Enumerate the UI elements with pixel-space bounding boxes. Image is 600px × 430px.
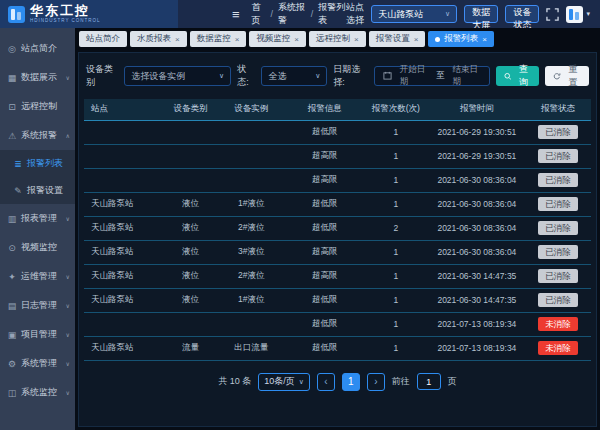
cell-category: 流量 [165, 336, 216, 360]
sidebar-item-label: 运维管理 [21, 270, 57, 283]
column-header: 站点 [84, 99, 165, 120]
page-unit-label: 页 [448, 375, 457, 388]
sidebar-item-site-intro[interactable]: ◎站点简介 [0, 34, 75, 63]
cell-count: 1 [363, 168, 429, 192]
cell-time: 2021-06-30 08:36:04 [429, 192, 525, 216]
tab-alarm-list[interactable]: 报警列表× [428, 31, 494, 47]
globe-icon: ◎ [7, 44, 17, 54]
reset-button[interactable]: 重置 [545, 66, 589, 86]
data-screen-button[interactable]: 数据大屏 [464, 5, 498, 23]
sidebar-item-system-alarm[interactable]: ⚠系统报警∧ [0, 121, 75, 150]
avatar[interactable]: ▾ [566, 6, 590, 23]
sidebar-item-system-monitor[interactable]: ◫系统监控∨ [0, 378, 75, 407]
close-icon[interactable]: × [482, 35, 487, 44]
status-badge-uncleared[interactable]: 未消除 [538, 341, 578, 355]
fullscreen-icon[interactable] [546, 8, 559, 21]
sidebar-item-label: 系统管理 [21, 357, 57, 370]
tab-video-monitor[interactable]: 视频监控× [249, 31, 306, 47]
cell-time: 2021-06-30 08:36:04 [429, 216, 525, 240]
sidebar-item-project-mgmt[interactable]: ▣项目管理∨ [0, 320, 75, 349]
sidebar-item-alarm-list[interactable]: ≣报警列表 [0, 150, 75, 177]
cell-info: 超高限 [287, 264, 363, 288]
tab-data-monitor[interactable]: 数据监控× [190, 31, 247, 47]
app-root: 华东工控 HDINDUSTRY CONTROL ≡ 首页 / 系统报警 / 报警… [0, 0, 600, 430]
page-number-1[interactable]: 1 [342, 373, 360, 391]
close-icon[interactable]: × [235, 35, 240, 44]
site-select[interactable]: 天山路泵站 ∨ [371, 5, 457, 23]
cell-status: 已消除 [525, 168, 591, 192]
sidebar: ◎站点简介▦数据展示∨⊡远程控制⚠系统报警∧≣报警列表✎报警设置▥报表管理∨⊙视… [0, 28, 75, 430]
camera-icon: ⊙ [7, 243, 17, 253]
table-row: 天山路泵站流量出口流量超低限12021-07-13 08:19:34未消除 [84, 336, 591, 360]
breadcrumb-home[interactable]: 首页 [252, 1, 266, 27]
refresh-icon [553, 72, 561, 81]
site-select-value: 天山路泵站 [378, 8, 423, 21]
status-badge-cleared: 已消除 [538, 197, 578, 211]
total-count: 共 10 条 [218, 375, 251, 388]
cell-info: 超低限 [287, 120, 363, 144]
cell-time: 2021-06-30 08:36:04 [429, 240, 525, 264]
system-monitor-icon: ◫ [7, 388, 17, 398]
cell-time: 2021-07-13 08:19:34 [429, 312, 525, 336]
close-icon[interactable]: × [175, 35, 180, 44]
sidebar-item-data-display[interactable]: ▦数据展示∨ [0, 63, 75, 92]
chevron-down-icon: ∨ [315, 72, 320, 80]
status-select[interactable]: 全选 ∨ [261, 66, 327, 86]
tab-site-intro[interactable]: 站点简介 [79, 31, 127, 47]
sidebar-item-video-monitor[interactable]: ⊙视频监控 [0, 233, 75, 262]
sidebar-item-system-mgmt[interactable]: ⚙系统管理∨ [0, 349, 75, 378]
menu-collapse-icon[interactable]: ≡ [232, 7, 240, 22]
status-select-value: 全选 [268, 70, 286, 83]
tab-water-quality-report[interactable]: 水质报表× [130, 31, 187, 47]
sidebar-item-remote-control[interactable]: ⊡远程控制 [0, 92, 75, 121]
column-header: 报警信息 [287, 99, 363, 120]
active-tab-dot [435, 37, 440, 42]
tab-alarm-settings[interactable]: 报警设置× [369, 31, 426, 47]
close-icon[interactable]: × [414, 35, 419, 44]
status-badge-cleared: 已消除 [538, 149, 578, 163]
sidebar-item-log-mgmt[interactable]: ▤日志管理∨ [0, 291, 75, 320]
status-badge-uncleared[interactable]: 未消除 [538, 317, 578, 331]
search-button[interactable]: 查询 [496, 66, 540, 86]
chevron-down-icon: ∨ [299, 378, 304, 386]
alarm-table-header: 站点设备类别设备实例报警信息报警次数(次)报警时间报警状态 [84, 99, 591, 120]
date-range-picker[interactable]: 开始日期 至 结束日期 [374, 66, 490, 86]
cell-station [84, 312, 165, 336]
chevron-down-icon: ∨ [66, 331, 70, 338]
close-icon[interactable]: × [294, 35, 299, 44]
status-badge-cleared: 已消除 [538, 221, 578, 235]
sidebar-item-label: 站点简介 [21, 42, 57, 55]
cell-time: 2021-06-30 08:36:04 [429, 168, 525, 192]
sidebar-item-label: 系统报警 [21, 129, 57, 142]
tab-label: 数据监控 [197, 33, 231, 45]
cell-station: 天山路泵站 [84, 264, 165, 288]
goto-page-input[interactable] [417, 373, 441, 390]
alarm-table: 站点设备类别设备实例报警信息报警次数(次)报警时间报警状态 超低限12021-0… [84, 99, 591, 361]
gear-icon: ⚙ [7, 359, 17, 369]
body-layout: ◎站点简介▦数据展示∨⊡远程控制⚠系统报警∧≣报警列表✎报警设置▥报表管理∨⊙视… [0, 28, 600, 430]
site-select-label: 站点选择 [346, 1, 364, 27]
main-area: 站点简介水质报表×数据监控×视频监控×远程控制×报警设置×报警列表× 设备类别 … [75, 28, 600, 430]
sidebar-item-label: 系统监控 [21, 386, 57, 399]
close-icon[interactable]: × [354, 35, 359, 44]
tab-label: 视频监控 [256, 33, 290, 45]
page-size-select[interactable]: 10条/页 ∨ [258, 373, 310, 391]
cell-time: 2021-06-29 19:30:51 [429, 144, 525, 168]
breadcrumb-system-alarm[interactable]: 系统报警 [278, 1, 306, 27]
tab-remote-control[interactable]: 远程控制× [309, 31, 366, 47]
sidebar-item-ops-mgmt[interactable]: ✦运维管理∨ [0, 262, 75, 291]
cell-category: 液位 [165, 264, 216, 288]
status-badge-cleared: 已消除 [538, 293, 578, 307]
device-status-button[interactable]: 设备状态 [505, 5, 539, 23]
date-start-placeholder: 开始日期 [400, 64, 428, 88]
prev-page-button[interactable]: ‹ [317, 373, 335, 391]
device-instance-select[interactable]: 选择设备实例 ∨ [124, 66, 231, 86]
cell-instance: 2#液位 [216, 264, 287, 288]
sidebar-item-report-mgmt[interactable]: ▥报表管理∨ [0, 204, 75, 233]
cell-instance [216, 312, 287, 336]
sidebar-item-alarm-settings[interactable]: ✎报警设置 [0, 177, 75, 204]
cell-info: 超低限 [287, 288, 363, 312]
cell-station: 天山路泵站 [84, 240, 165, 264]
next-page-button[interactable]: › [367, 373, 385, 391]
device-category-label: 设备类别 [86, 63, 118, 89]
